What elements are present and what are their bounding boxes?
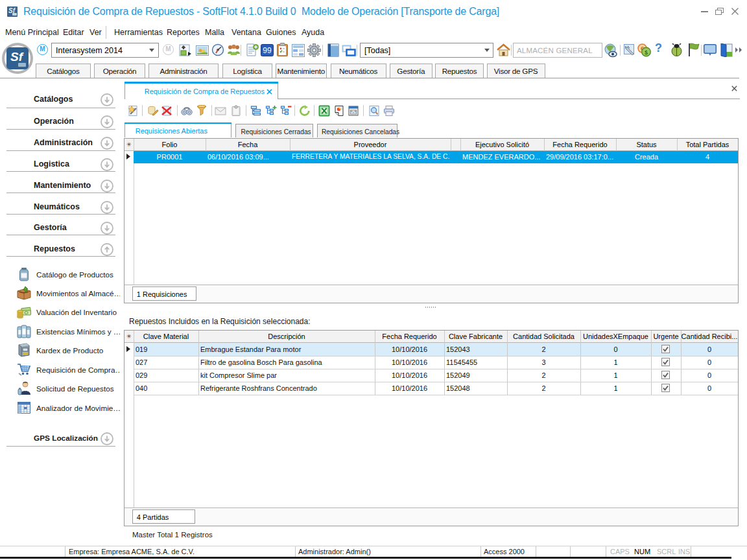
svg-text:$: $: [645, 49, 648, 56]
svg-text:TxT: TxT: [351, 111, 356, 114]
svg-text:99: 99: [263, 46, 272, 55]
